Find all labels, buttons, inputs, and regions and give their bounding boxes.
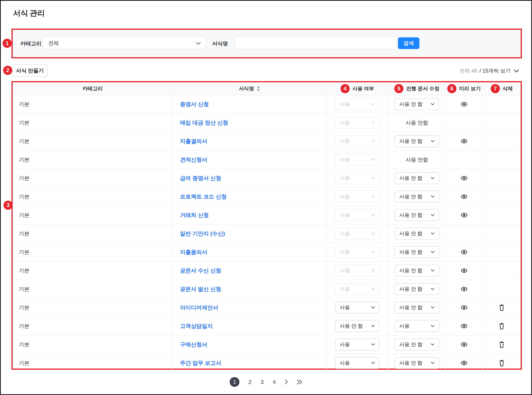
edit-select[interactable]: 사용 안 함 [395, 172, 439, 184]
per-page-dropdown[interactable]: 전체 48 / 15개씩 보기 [459, 67, 519, 75]
preview-button[interactable] [459, 358, 469, 368]
chevron-down-icon [371, 232, 375, 235]
edit-select[interactable]: 사용 안 함 [395, 302, 439, 313]
usage-cell: 사용 [326, 298, 388, 317]
edit-in-progress-cell: 사용 안 함 [388, 169, 446, 187]
sort-icon[interactable] [257, 86, 260, 91]
form-name-cell: 지출품의서 [173, 243, 326, 261]
edit-select[interactable]: 사용 안 함 [395, 357, 439, 369]
form-name-cell: 프로젝트 코드 신청 [173, 187, 326, 206]
usage-select[interactable]: 사용 [335, 302, 380, 313]
header-edit-in-progress: 5 진행 문서 수정 [388, 82, 446, 95]
page-button-2[interactable]: 2 [248, 379, 252, 385]
preview-button[interactable] [459, 302, 469, 313]
category-cell-text: 기본 [19, 157, 29, 163]
preview-button[interactable] [459, 99, 469, 109]
usage-select[interactable]: 사용 [335, 191, 380, 203]
create-form-button[interactable]: 서식 만들기 [12, 64, 48, 77]
form-name-link[interactable]: 매입 대금 정산 신청 [180, 120, 228, 126]
delete-cell [482, 243, 521, 261]
edit-select[interactable]: 사용 안 함 [395, 246, 439, 258]
chevron-down-icon [371, 325, 375, 327]
category-cell: 기본 [13, 95, 173, 113]
usage-select[interactable]: 사용 [335, 265, 380, 276]
chevron-down-icon [371, 140, 375, 142]
preview-button[interactable] [459, 340, 469, 350]
delete-button[interactable] [497, 340, 507, 350]
chevron-down-icon [431, 362, 434, 364]
edit-static-text: 사용 안함 [406, 120, 428, 126]
edit-select[interactable]: 사용 안 함 [395, 191, 439, 203]
usage-select[interactable]: 사용 [335, 357, 380, 369]
edit-select[interactable]: 사용 안 함 [395, 339, 439, 351]
category-select[interactable]: 전체 [43, 37, 206, 50]
form-name-link[interactable]: 급여 증명서 신청 [180, 175, 221, 181]
form-name-link[interactable]: 구매신청서 [180, 341, 207, 347]
preview-button[interactable] [459, 173, 469, 183]
category-cell-text: 기본 [19, 323, 29, 329]
page-button-4[interactable]: 4 [273, 379, 276, 385]
category-cell: 기본 [13, 280, 173, 298]
edit-select[interactable]: 사용 [395, 320, 439, 332]
usage-select[interactable]: 사용 [335, 154, 380, 166]
delete-button[interactable] [497, 358, 507, 368]
edit-select[interactable]: 사용 안 함 [395, 135, 439, 147]
usage-select[interactable]: 사용 [335, 283, 380, 295]
form-name-link[interactable]: 주간 업무 보고서 [180, 360, 221, 366]
preview-button[interactable] [459, 210, 469, 220]
chevron-down-icon [431, 251, 434, 253]
preview-button[interactable] [459, 247, 469, 257]
usage-select[interactable]: 사용 [335, 339, 380, 351]
preview-button[interactable] [459, 192, 469, 202]
edit-select[interactable]: 사용 안 함 [395, 98, 439, 110]
form-name-link[interactable]: 증명서 신청 [180, 101, 209, 107]
edit-in-progress-cell: 사용 안 함 [388, 187, 446, 206]
usage-select[interactable]: 사용 [335, 98, 380, 110]
form-name-link[interactable]: 지출결의서 [180, 138, 207, 144]
preview-button[interactable] [459, 321, 469, 331]
form-name-link[interactable]: 프로젝트 코드 신청 [180, 194, 227, 200]
form-name-link[interactable]: 공문서 수신 신청 [180, 268, 221, 274]
delete-button[interactable] [497, 302, 507, 313]
trash-icon [499, 304, 504, 311]
last-page-button[interactable] [297, 379, 302, 384]
form-name-link[interactable]: 지출품의서 [180, 249, 207, 255]
usage-cell: 사용 [326, 150, 388, 169]
page-button-3[interactable]: 3 [260, 379, 263, 385]
chevron-down-icon [371, 103, 375, 105]
next-page-button[interactable] [285, 379, 288, 384]
usage-cell: 사용 안 함 [326, 317, 388, 335]
usage-cell: 사용 [326, 113, 388, 132]
usage-select[interactable]: 사용 [335, 246, 380, 258]
delete-button[interactable] [497, 321, 507, 331]
usage-select[interactable]: 사용 [335, 209, 380, 221]
preview-cell [446, 298, 482, 317]
table-row: 기본 일반 기안지 (수신) 사용 사용 안 함 [13, 224, 521, 243]
search-button[interactable]: 검색 [398, 37, 420, 49]
form-name-link[interactable]: 견적신청서 [180, 157, 207, 163]
usage-select[interactable]: 사용 [335, 172, 380, 184]
edit-select[interactable]: 사용 안 함 [395, 228, 439, 240]
edit-in-progress-cell: 사용 안 함 [388, 132, 446, 150]
usage-select[interactable]: 사용 [335, 135, 380, 147]
form-name-link[interactable]: 아이디어제안서 [180, 305, 218, 311]
eye-icon [461, 305, 467, 310]
form-name-link[interactable]: 고객상담일지 [180, 323, 213, 329]
edit-select[interactable]: 사용 안 함 [395, 283, 439, 295]
category-cell: 기본 [13, 261, 173, 280]
usage-select[interactable]: 사용 [335, 117, 380, 129]
form-name-link[interactable]: 거래처 신청 [180, 212, 209, 218]
form-name-input[interactable] [234, 37, 397, 50]
preview-button[interactable] [459, 136, 469, 146]
edit-select[interactable]: 사용 안 함 [395, 265, 439, 276]
form-name-link[interactable]: 일반 기안지 (수신) [180, 230, 225, 237]
page-button-1[interactable]: 1 [230, 377, 239, 387]
delete-cell [482, 187, 521, 206]
usage-select[interactable]: 사용 안 함 [335, 320, 380, 332]
preview-button[interactable] [459, 284, 469, 294]
usage-select[interactable]: 사용 [335, 228, 380, 240]
edit-select[interactable]: 사용 안 함 [395, 209, 439, 221]
form-name-link[interactable]: 공문서 발신 신청 [180, 286, 221, 292]
preview-button[interactable] [459, 266, 469, 276]
edit-in-progress-cell: 사용 안 함 [388, 335, 446, 354]
